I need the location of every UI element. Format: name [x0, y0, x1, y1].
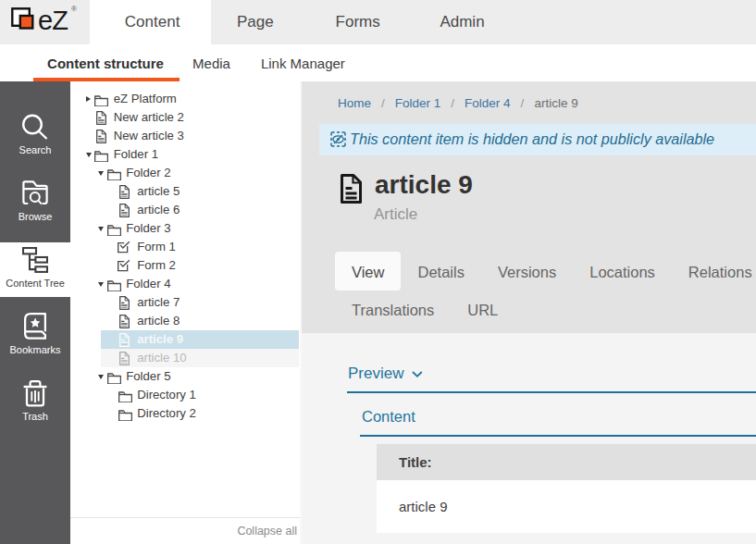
- subnav-tab-media[interactable]: Media: [175, 44, 249, 81]
- content-header: Content: [360, 408, 756, 437]
- expander-expanded-icon[interactable]: [98, 375, 104, 379]
- sidebar-item-content-tree[interactable]: Content Tree: [0, 242, 70, 297]
- article-icon: [96, 130, 106, 147]
- hidden-icon: [330, 131, 346, 147]
- tree-item-label: article 9: [137, 330, 183, 349]
- tree-item-label: Folder 5: [126, 367, 170, 386]
- top-tab-content[interactable]: Content: [90, 0, 211, 44]
- tree-item-article-6[interactable]: article 6: [69, 201, 300, 219]
- preview-header[interactable]: Preview: [347, 365, 756, 393]
- logo[interactable]: eZ ®: [0, 0, 90, 44]
- tree-item-form-1[interactable]: Form 1: [69, 238, 300, 256]
- tree-item-new-article-2[interactable]: New article 2: [69, 108, 300, 127]
- tree-item-article-7[interactable]: article 7: [69, 293, 300, 312]
- tree-item-label: Folder 4: [126, 275, 170, 293]
- tab-versions[interactable]: Versions: [481, 253, 573, 291]
- expander-collapsed-icon[interactable]: [86, 96, 91, 102]
- trash-icon: [23, 379, 47, 407]
- sidebar-item-browse[interactable]: Browse: [0, 176, 70, 237]
- sidebar-item-search[interactable]: Search: [0, 109, 70, 170]
- field-name: Title:: [399, 454, 432, 470]
- sidebar-item-bookmarks[interactable]: Bookmarks: [0, 309, 70, 370]
- top-tab-admin[interactable]: Admin: [414, 0, 512, 44]
- article-icon: [119, 185, 130, 203]
- expander-expanded-icon[interactable]: [98, 282, 104, 287]
- sidebar-item-label: Content Tree: [6, 278, 65, 289]
- article-icon: [119, 315, 130, 332]
- subnav-tab-content-structure[interactable]: Content structure: [32, 44, 179, 81]
- tree-item-label: article 5: [137, 182, 180, 201]
- tree-item-label: article 7: [137, 293, 180, 312]
- breadcrumb-separator: /: [381, 96, 385, 110]
- content-tree-panel: eZ PlatformNew article 2New article 3Fol…: [69, 81, 303, 544]
- tab-view[interactable]: View: [335, 252, 401, 291]
- sidebar-item-trash[interactable]: Trash: [0, 376, 70, 437]
- tree-item-folder-3[interactable]: Folder 3: [69, 219, 300, 238]
- top-tab-page[interactable]: Page: [206, 0, 304, 44]
- field-table: Title:article 9: [377, 444, 756, 533]
- tree-item-ez-platform[interactable]: eZ Platform: [69, 90, 300, 108]
- tree-item-directory-1[interactable]: Directory 1: [69, 386, 300, 404]
- content-section: Preview Content Title:article 9: [302, 333, 756, 544]
- expander-expanded-icon[interactable]: [98, 171, 104, 176]
- tree-item-folder-4[interactable]: Folder 4: [69, 275, 300, 293]
- tree-item-label: eZ Platform: [114, 90, 177, 108]
- article-icon: [96, 111, 106, 129]
- tab-relations[interactable]: Relations: [672, 253, 756, 291]
- form-icon: [117, 241, 131, 257]
- tree-item-folder-1[interactable]: Folder 1: [69, 145, 300, 164]
- tree-item-directory-2[interactable]: Directory 2: [69, 404, 300, 423]
- content-tree-icon: [22, 246, 48, 274]
- page-title: article 9: [375, 170, 473, 200]
- breadcrumb-article-9: article 9: [534, 96, 577, 110]
- tree-item-folder-2[interactable]: Folder 2: [69, 164, 300, 182]
- article-icon: [119, 333, 130, 351]
- tree-item-article-10[interactable]: article 10: [69, 349, 300, 367]
- hidden-alert: This content item is hidden and is not p…: [319, 124, 756, 156]
- bookmarks-icon: [24, 313, 46, 340]
- tree-item-label: Folder 1: [114, 145, 158, 164]
- article-icon: [341, 174, 362, 204]
- tree-item-label: article 10: [137, 349, 187, 367]
- folder-icon: [118, 408, 132, 425]
- expander-expanded-icon[interactable]: [86, 153, 92, 157]
- content-type-label: Article: [374, 205, 417, 224]
- tree-item-article-5[interactable]: article 5: [69, 182, 300, 201]
- tree-item-label: New article 3: [114, 127, 184, 145]
- main-content: Home/Folder 1/Folder 4/article 9 This co…: [302, 81, 756, 544]
- top-bar: eZ ® ContentPageFormsAdmin: [0, 0, 756, 44]
- registered-mark: ®: [71, 5, 77, 13]
- tab-details[interactable]: Details: [401, 253, 480, 291]
- content-label: Content: [360, 408, 415, 425]
- tree-item-label: Folder 3: [126, 219, 170, 238]
- top-tab-forms[interactable]: Forms: [309, 0, 407, 44]
- field-name-row: Title:: [377, 444, 756, 480]
- tree-item-form-2[interactable]: Form 2: [69, 256, 300, 275]
- tree-item-article-9[interactable]: article 9: [69, 330, 300, 349]
- tab-url[interactable]: URL: [451, 291, 514, 328]
- tree-item-folder-5[interactable]: Folder 5: [69, 367, 300, 386]
- breadcrumb-folder-1[interactable]: Folder 1: [395, 96, 441, 110]
- content-tree-list: eZ PlatformNew article 2New article 3Fol…: [69, 90, 300, 423]
- breadcrumb-folder-4[interactable]: Folder 4: [465, 96, 511, 110]
- tab-translations[interactable]: Translations: [335, 291, 451, 328]
- breadcrumb-home[interactable]: Home: [338, 96, 371, 110]
- alert-text: This content item is hidden and is not p…: [350, 130, 714, 148]
- tab-locations[interactable]: Locations: [573, 253, 672, 291]
- tree-item-label: Form 1: [137, 238, 176, 256]
- collapse-all-button[interactable]: Collapse all: [237, 525, 297, 538]
- left-sidebar: SearchBrowseContent TreeBookmarksTrash: [0, 81, 70, 544]
- content-tabs: ViewDetailsVersionsLocationsRelationsTra…: [335, 253, 756, 328]
- chevron-down-icon: [412, 371, 423, 377]
- sidebar-item-label: Bookmarks: [9, 344, 60, 355]
- tree-item-label: Directory 2: [137, 404, 196, 423]
- tree-item-label: article 6: [137, 201, 180, 219]
- expander-expanded-icon[interactable]: [98, 227, 104, 231]
- browse-icon: [22, 179, 48, 207]
- logo-text: eZ: [38, 6, 68, 36]
- tree-item-article-8[interactable]: article 8: [69, 312, 300, 330]
- article-icon: [119, 352, 130, 369]
- tree-item-new-article-3[interactable]: New article 3: [69, 127, 300, 145]
- subnav-tab-link-manager[interactable]: Link Manager: [247, 44, 358, 81]
- tree-footer: Collapse all: [69, 517, 300, 544]
